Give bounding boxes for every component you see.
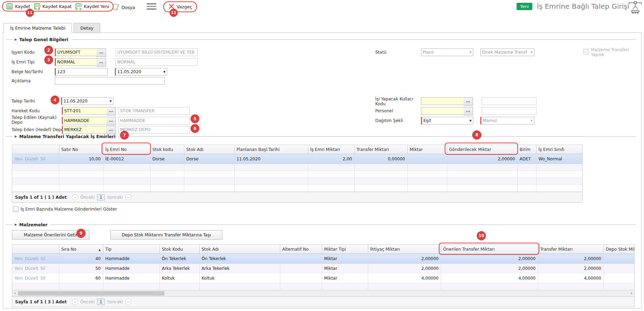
grid-cell[interactable]: Miktar (322, 254, 368, 264)
personel-input[interactable] (421, 107, 465, 115)
is-emri-tipi-input[interactable] (55, 58, 98, 66)
grid-cell[interactable]: Dorse (184, 154, 234, 164)
aciklama-input[interactable] (55, 77, 165, 85)
grid-cell[interactable]: ADET (517, 154, 536, 164)
isyeri-kodu-lookup-button[interactable]: … (97, 48, 106, 57)
grid-cell[interactable]: 2,00000 (538, 264, 604, 273)
grid-cell[interactable]: 2,00000 (441, 264, 538, 273)
grid-cell[interactable]: 11.05.2020 (234, 154, 308, 164)
row-action-new[interactable]: Yeni (14, 266, 23, 271)
grid-cell[interactable] (280, 264, 322, 273)
row-action-new[interactable]: Yeni (14, 256, 23, 261)
table-row[interactable]: YeniDüzeltSil10,00İE-00012DorseDorse11.0… (12, 154, 582, 164)
pager-next-icon[interactable]: ► (125, 194, 131, 200)
grid-cell[interactable]: Miktar (322, 264, 368, 273)
dagitim-sekli-select[interactable]: Eşit▼ (421, 117, 473, 124)
row-action-delete[interactable]: Sil (40, 266, 45, 271)
column-header-5[interactable]: Planlanan Başl.Tarihi (234, 145, 308, 154)
pager-page-button[interactable]: 1 (97, 299, 105, 305)
pager-page-button[interactable]: 1 (97, 194, 105, 200)
isyeri-kodu-input[interactable] (55, 48, 98, 56)
grid-cell[interactable]: 0,00000 (354, 154, 407, 164)
column-header-9[interactable]: Transfer Miktarı (538, 245, 604, 254)
pager-next-icon[interactable]: ► (125, 299, 131, 305)
column-header-2[interactable]: İş Emri No (103, 145, 150, 154)
section-arrow-icon[interactable]: ▶ (15, 38, 17, 41)
belge-tarihi-datepicker[interactable]: 11.05.2020▼ (115, 68, 167, 76)
grid-cell[interactable]: Arka Tekerlek (160, 264, 199, 273)
talep-tarihi-datepicker[interactable]: 11.05.2020▼ (61, 97, 113, 105)
grid-cell[interactable]: Arka Tekerlek (199, 264, 280, 273)
row-action-edit[interactable]: Düzelt (25, 276, 38, 281)
row-action-edit[interactable]: Düzelt (25, 256, 38, 261)
kaynak-depo-input[interactable] (62, 117, 108, 124)
grid-cell[interactable]: Hammadde (103, 254, 160, 264)
grid-cell[interactable]: Koltuk (199, 273, 280, 283)
row-action-delete[interactable]: Sil (40, 276, 45, 281)
grid-cell[interactable] (604, 273, 634, 283)
section-arrow-icon[interactable]: ▶ (15, 223, 17, 226)
row-action-delete[interactable]: Sil (40, 256, 45, 261)
row-action-edit[interactable]: Düzelt (25, 157, 38, 161)
column-header-1[interactable]: Satır No (59, 145, 103, 154)
column-header-actions[interactable] (12, 245, 59, 254)
pager-next-label[interactable]: Sonraki (107, 299, 123, 304)
hareket-kodu-input[interactable] (62, 107, 108, 115)
column-header-6[interactable]: İş Emri Miktarı (308, 145, 354, 154)
save-button[interactable]: Kaydet (6, 3, 30, 10)
pager-prev-label[interactable]: Önceki (80, 299, 95, 304)
row-action-new[interactable]: Yeni (14, 276, 23, 281)
row-action-new[interactable]: Yeni (14, 157, 23, 161)
grid-cell[interactable]: 2,00000 (368, 254, 441, 264)
grid-cell[interactable]: 4,00000 (368, 273, 441, 283)
column-header-4[interactable]: Stok Adı (184, 145, 234, 154)
column-header-11[interactable]: İş Emri Sınıfı (536, 145, 582, 154)
column-header-3[interactable]: Stok Kodu (160, 245, 199, 254)
grid-cell[interactable]: Hammadde (103, 264, 160, 273)
grid-cell[interactable]: Wo_Normal (536, 154, 582, 164)
table-row[interactable]: YeniDüzeltSil40HammaddeÖn TekerlekÖn Tek… (12, 254, 634, 264)
grid-cell[interactable]: 40 (59, 254, 103, 264)
pager-prev-icon[interactable]: ◄ (72, 299, 78, 305)
grid-cell[interactable]: Dorse (150, 154, 184, 164)
grid-cell[interactable]: Ön Tekerlek (160, 254, 199, 264)
grid-cell[interactable]: Miktar (322, 273, 368, 283)
column-header-8[interactable]: Önerilen Transfer Miktarı (441, 245, 538, 254)
grid-cell[interactable]: Ön Tekerlek (199, 254, 280, 264)
menu-hamburger-icon[interactable] (147, 3, 156, 10)
row-action-edit[interactable]: Düzelt (25, 266, 38, 271)
grid-cell[interactable]: 2,00000 (447, 154, 517, 164)
column-header-3[interactable]: Stok kodu (150, 145, 184, 154)
grid-cell[interactable]: 60 (59, 273, 103, 283)
column-header-7[interactable]: Transfer Miktarı (354, 145, 407, 154)
scroll-right-icon[interactable]: › (629, 290, 634, 296)
column-header-8[interactable]: Miktar (407, 145, 447, 154)
depo-stok-tasi-button[interactable]: Depo Stok Miktarını Transfer Miktarına T… (110, 230, 222, 240)
table-row[interactable]: YeniDüzeltSil60HammaddeKoltukKoltukMikta… (12, 273, 634, 283)
kaynak-depo-lookup-button[interactable]: … (106, 117, 116, 125)
grid-cell[interactable] (280, 273, 322, 283)
grid-cell[interactable]: 10,00 (59, 154, 103, 164)
column-header-10[interactable]: Depo Stok Mikta (604, 245, 634, 254)
belge-no-input[interactable] (55, 68, 108, 76)
table-row[interactable]: YeniDüzeltSil50HammaddeArka TekerlekArka… (12, 264, 634, 273)
grid-cell[interactable]: 50 (59, 264, 103, 273)
hareket-kodu-lookup-button[interactable]: … (106, 107, 116, 115)
pager-prev-icon[interactable]: ◄ (72, 194, 78, 200)
scroll-left-icon[interactable]: ‹ (13, 290, 17, 296)
personel-lookup-button[interactable]: … (464, 107, 473, 115)
grid-cell[interactable]: 4,00000 (538, 273, 604, 283)
column-header-4[interactable]: Stok Adı (199, 245, 280, 254)
tab-detay[interactable]: Detay (74, 23, 100, 33)
column-header-10[interactable]: Birim (517, 145, 536, 154)
grid-cell[interactable]: Hammadde (103, 273, 160, 283)
column-header-2[interactable]: Tip (103, 245, 160, 254)
save-close-button[interactable]: ✗ Kaydet Kapat (34, 3, 72, 10)
isi-yapacak-kullanici-lookup-button[interactable]: … (464, 97, 473, 106)
column-header-6[interactable]: Miktar Tipi (322, 245, 368, 254)
scrollbar-thumb[interactable] (18, 291, 164, 296)
column-header-5[interactable]: Alternatif No (280, 245, 322, 254)
row-action-delete[interactable]: Sil (40, 157, 45, 161)
grid-cell[interactable]: 2,00000 (538, 254, 604, 264)
grid-cell[interactable] (407, 154, 447, 164)
